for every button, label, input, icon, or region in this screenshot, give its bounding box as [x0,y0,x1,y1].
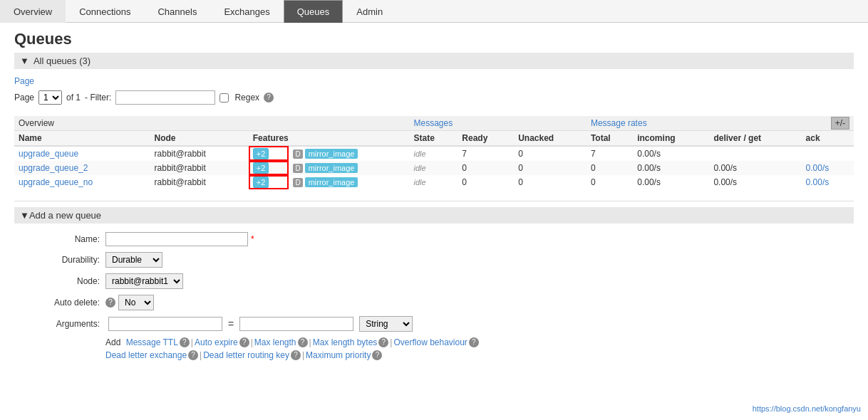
nav-connections[interactable]: Connections [66,0,144,23]
plus-badge[interactable]: +2 [253,148,269,159]
nav-exchanges[interactable]: Exchanges [210,0,283,23]
dead-letter-routing-key-link[interactable]: Dead letter routing key [203,350,289,360]
col-state-header: State [409,131,458,147]
add-queue-header[interactable]: ▼ Add a new queue [14,207,854,224]
message-ttl-help[interactable]: ? [180,337,190,347]
node-label: Node: [29,276,100,286]
overflow-behaviour-link[interactable]: Overflow behaviour [393,337,467,347]
row-ack [802,146,854,161]
row-name[interactable]: upgrade_queue_2 [14,161,150,175]
col-deliver-header: deliver / get [709,131,801,147]
row-incoming: 0.00/s [633,146,709,161]
row-badge[interactable]: +2 [249,175,289,189]
queue-name-link[interactable]: upgrade_queue [19,149,78,159]
auto-delete-label: Auto delete: [29,298,100,308]
col-name-header: Name [14,131,150,147]
row-ready: 0 [458,175,514,189]
col-node-header: Node [150,131,249,147]
dead-letter-exchange-help[interactable]: ? [188,350,198,360]
auto-delete-select[interactable]: No Yes [118,295,154,310]
row-features: D mirror_image [289,146,409,161]
sep3: | [309,337,311,347]
regex-help-icon[interactable]: ? [264,93,274,103]
arguments-type-select[interactable]: String Number Boolean [359,316,413,332]
auto-expire-link[interactable]: Auto expire [195,337,238,347]
queue-name-link[interactable]: upgrade_queue_no [19,177,93,187]
row-node: rabbit@rabbit [150,175,249,189]
overflow-behaviour-help[interactable]: ? [469,337,479,347]
row-unacked: 0 [514,146,587,161]
row-total: 0 [587,161,633,175]
row-name[interactable]: upgrade_queue_no [14,175,150,189]
row-incoming: 0.00/s [633,175,709,189]
max-length-bytes-link[interactable]: Max length bytes [313,337,378,347]
sep1: | [191,337,193,347]
filter-label: - Filter: [85,93,111,103]
nav-admin[interactable]: Admin [343,0,396,23]
nav-overview[interactable]: Overview [0,0,66,23]
all-queues-header[interactable]: ▼ All queues (3) [14,53,854,69]
row-state: idle [409,146,458,161]
arguments-value-input[interactable] [239,317,353,331]
node-select[interactable]: rabbit@rabbit1 [105,273,183,289]
add-queue-label: Add a new queue [29,210,101,221]
collapse-arrow[interactable]: ▼ [20,56,29,66]
row-badge[interactable]: +2 [249,146,289,161]
col-unacked-header: Unacked [514,131,587,147]
auto-delete-help-icon[interactable]: ? [105,298,115,308]
max-length-bytes-help[interactable]: ? [378,337,388,347]
col-incoming-header: incoming [633,131,709,147]
dead-letter-exchange-link[interactable]: Dead letter exchange [105,350,187,360]
main-nav: Overview Connections Channels Exchanges … [0,0,868,23]
col-features-header: Features [249,131,410,147]
regex-label: Regex [234,93,259,103]
arguments-row: Arguments: = String Number Boolean [14,316,854,332]
row-ready: 0 [458,161,514,175]
row-badge[interactable]: +2 [249,161,289,175]
equals-sign: = [225,318,237,330]
state-value: idle [413,164,425,172]
name-label: Name: [29,234,100,244]
row-state: idle [409,175,458,189]
queue-name-link[interactable]: upgrade_queue_2 [19,163,88,173]
row-total: 0 [587,175,633,189]
pagination-row: Page 1 of 1 - Filter: Regex ? [14,90,854,105]
maximum-priority-link[interactable]: Maximum priority [306,350,371,360]
pagination-label: Page [14,76,854,86]
maximum-priority-help[interactable]: ? [372,350,382,360]
table-row: upgrade_queue_no rabbit@rabbit +2 D mirr… [14,175,854,189]
arguments-key-input[interactable] [108,317,222,331]
plus-minus-btn[interactable]: +/- [802,116,854,131]
regex-checkbox[interactable] [219,93,229,103]
d-badge: D [293,149,302,159]
quick-links-row2: Dead letter exchange ? | Dead letter rou… [14,350,854,360]
max-length-link[interactable]: Max length [254,337,296,347]
row-ready: 7 [458,146,514,161]
row-node: rabbit@rabbit [150,161,249,175]
dead-letter-routing-key-help[interactable]: ? [291,350,301,360]
plus-badge[interactable]: +2 [253,162,269,174]
auto-expire-help[interactable]: ? [239,337,249,347]
of-label: of 1 [66,93,81,103]
overview-header: Overview [14,116,409,131]
message-ttl-link[interactable]: Message TTL [126,337,178,347]
page-title: Queues [14,30,854,48]
state-value: idle [413,149,425,158]
row-name[interactable]: upgrade_queue [14,146,150,161]
nav-channels[interactable]: Channels [144,0,210,23]
durability-select[interactable]: Durable Transient [105,252,162,268]
plus-badge[interactable]: +2 [253,177,269,188]
mirror-badge: mirror_image [305,149,358,159]
sep5: | [200,350,202,360]
col-total-header: Total [587,131,633,147]
page-select[interactable]: 1 [38,90,62,105]
queue-table: Overview Messages Message rates +/- Name… [14,116,854,189]
row-total: 7 [587,146,633,161]
filter-input[interactable] [115,90,215,105]
row-node: rabbit@rabbit [150,146,249,161]
add-queue-arrow[interactable]: ▼ [20,210,29,221]
row-deliver-get [709,146,801,161]
nav-queues[interactable]: Queues [284,0,343,23]
max-length-help[interactable]: ? [298,337,308,347]
name-input[interactable] [105,232,248,246]
